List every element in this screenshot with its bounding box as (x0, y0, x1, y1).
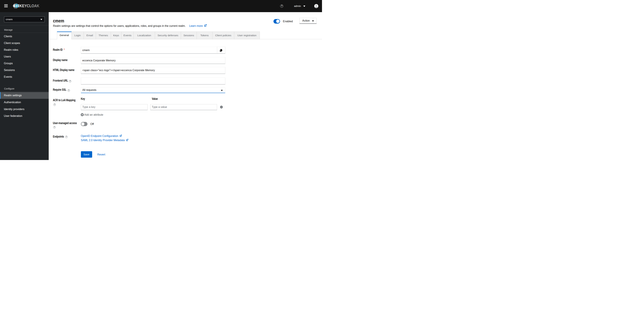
svg-text:KEYCLOAK: KEYCLOAK (20, 4, 40, 8)
